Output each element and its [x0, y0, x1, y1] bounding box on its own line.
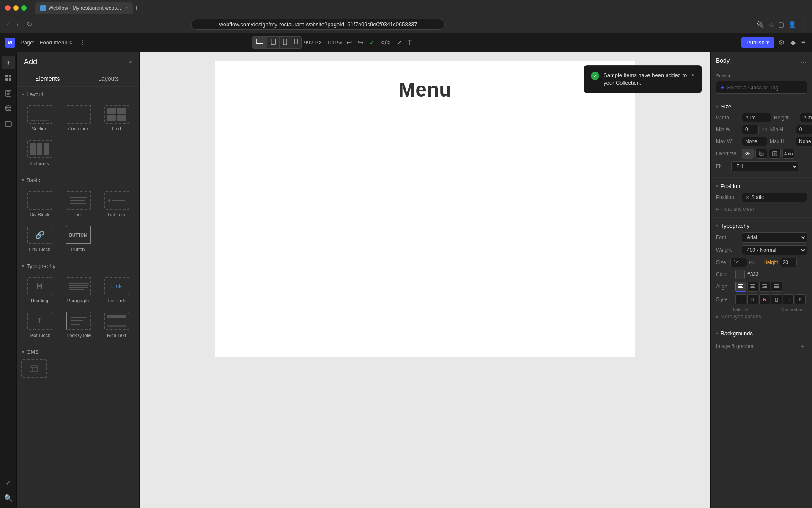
panel-more-btn[interactable]: … — [800, 57, 807, 64]
desktop-view-btn[interactable] — [252, 37, 267, 48]
forward-btn[interactable]: › — [15, 19, 20, 30]
redo-btn[interactable]: ↪ — [356, 37, 365, 48]
tablet-view-btn[interactable] — [267, 37, 280, 48]
line-height-input[interactable] — [780, 258, 797, 267]
text-btn[interactable]: T — [406, 37, 414, 48]
toolbar-more-btn[interactable]: ⋮ — [80, 39, 86, 47]
mobile-small-view-btn[interactable] — [291, 37, 301, 48]
lowercase-btn[interactable]: tt — [795, 294, 806, 304]
layout-section-header[interactable]: ▾ Layout — [17, 87, 139, 100]
mac-traffic-lights[interactable] — [5, 5, 27, 11]
tab-layouts[interactable]: Layouts — [78, 72, 140, 86]
fit-more-btn[interactable]: … — [801, 163, 807, 170]
sidebar-icon-add[interactable]: ＋ — [2, 56, 15, 69]
page-refresh-icon[interactable]: ↻ — [69, 40, 73, 45]
back-btn[interactable]: ‹ — [5, 19, 11, 30]
underline-btn[interactable]: U — [771, 294, 782, 304]
mac-minimize-btn[interactable] — [13, 5, 19, 11]
star-icon[interactable]: ☆ — [768, 21, 774, 28]
italic-btn[interactable]: I — [735, 294, 746, 304]
overflow-scroll-btn[interactable] — [769, 149, 781, 159]
element-div-block[interactable]: Div Block — [21, 188, 58, 221]
menu-icon[interactable]: ⋮ — [801, 21, 807, 28]
color-swatch[interactable] — [735, 270, 745, 279]
font-size-input[interactable] — [730, 258, 747, 267]
webflow-logo[interactable]: W — [5, 38, 15, 48]
element-text-block[interactable]: T Text Block — [21, 308, 58, 341]
element-heading[interactable]: H Heading — [21, 273, 58, 306]
overflow-visible-btn[interactable]: 👁 — [742, 149, 754, 159]
font-select[interactable]: Arial Helvetica Georgia — [742, 232, 807, 243]
align-left-btn[interactable] — [735, 282, 746, 292]
tab-close-btn[interactable]: × — [125, 6, 128, 10]
element-paragraph[interactable]: Paragraph — [60, 273, 96, 306]
add-background-btn[interactable]: + — [798, 342, 807, 351]
typography-props-header[interactable]: ▾ Typography — [716, 221, 807, 232]
sidebar-icon-search[interactable]: 🔍 — [2, 491, 15, 505]
browser-tab[interactable]: Webflow - My restaurant webs... × — [35, 2, 133, 14]
code-btn[interactable]: </> — [379, 37, 392, 48]
sidebar-icon-pages[interactable] — [2, 86, 15, 100]
sidebar-icon-cms[interactable] — [2, 102, 15, 115]
weight-select[interactable]: 400 - Normal 700 - Bold 300 - Light — [742, 245, 807, 255]
element-button[interactable]: BUTTON Button — [60, 222, 96, 255]
style-manager-icon[interactable]: ◆ — [789, 37, 797, 48]
publish-btn[interactable]: Publish ▾ — [741, 37, 774, 48]
selector-input[interactable]: + Select a Class or Tag — [716, 81, 807, 94]
sidebar-icon-navigator[interactable] — [2, 71, 15, 85]
overflow-auto-btn[interactable]: Auto — [782, 149, 794, 159]
share-btn[interactable]: ↗ — [395, 37, 403, 48]
view-mode-btns[interactable] — [252, 36, 302, 49]
account-icon[interactable]: 👤 — [788, 21, 796, 28]
float-clear-link[interactable]: ▶ Float and clear — [716, 204, 807, 214]
extensions-icon[interactable]: 🔌 — [756, 21, 764, 28]
element-grid[interactable]: Grid — [98, 102, 135, 135]
new-tab-btn[interactable]: + — [134, 4, 138, 12]
element-text-link[interactable]: Link Text Link — [98, 273, 135, 306]
height-input[interactable] — [800, 113, 812, 122]
overflow-hidden-btn[interactable] — [755, 149, 767, 159]
max-h-input[interactable] — [796, 137, 812, 146]
bold-btn[interactable]: B — [747, 294, 758, 304]
element-list-item[interactable]: List Item — [98, 188, 135, 221]
position-section-header[interactable]: ▾ Position — [716, 181, 807, 193]
add-panel-close-btn[interactable]: × — [129, 58, 132, 66]
element-columns[interactable]: Columns — [21, 136, 58, 169]
refresh-btn[interactable]: ↻ — [25, 19, 34, 30]
align-justify-btn[interactable] — [771, 282, 782, 292]
align-right-btn[interactable] — [759, 282, 770, 292]
canvas-area[interactable]: Menu ✓ Sample items have been added to y… — [140, 52, 710, 508]
more-tools-icon[interactable]: ≡ — [800, 37, 807, 48]
size-section-header[interactable]: ▾ Size — [716, 102, 807, 113]
basic-section-header[interactable]: ▾ Basic — [17, 173, 139, 186]
undo-btn[interactable]: ↩ — [345, 37, 354, 48]
sidebar-icon-check[interactable]: ✓ — [2, 476, 15, 489]
uppercase-btn[interactable]: TT — [783, 294, 794, 304]
min-h-input[interactable] — [796, 125, 812, 134]
element-block-quote[interactable]: Block Quote — [60, 308, 96, 341]
element-rich-text[interactable]: Rich Text — [98, 308, 135, 341]
mac-close-btn[interactable] — [5, 5, 11, 11]
backgrounds-section-header[interactable]: ▾ Backgrounds — [716, 329, 807, 340]
more-type-options-btn[interactable]: ▶ More type options — [716, 312, 807, 321]
width-input[interactable] — [742, 113, 771, 122]
multiwindow-icon[interactable]: ▢ — [778, 21, 784, 28]
element-container[interactable]: Container — [60, 102, 96, 135]
typography-section-header[interactable]: ▾ Typography — [17, 259, 139, 272]
min-w-input[interactable] — [742, 125, 759, 134]
fit-select[interactable]: Fill Fit Auto — [731, 161, 798, 171]
mac-maximize-btn[interactable] — [21, 5, 27, 11]
strikethrough-btn[interactable]: S — [759, 294, 770, 304]
position-value[interactable]: Static — [751, 194, 764, 200]
element-section[interactable]: Section — [21, 102, 58, 135]
sidebar-icon-assets[interactable] — [2, 117, 15, 130]
tab-elements[interactable]: Elements — [17, 72, 78, 86]
settings-icon[interactable]: ⚙ — [777, 37, 786, 48]
max-w-input[interactable] — [742, 137, 767, 146]
toast-close-btn[interactable]: × — [691, 72, 695, 78]
element-list[interactable]: List — [60, 188, 96, 221]
color-value[interactable]: #333 — [747, 271, 759, 277]
cms-section-header[interactable]: ▾ CMS — [17, 345, 139, 358]
mobile-view-btn[interactable] — [280, 37, 291, 48]
element-link-block[interactable]: 🔗 Link Block — [21, 222, 58, 255]
